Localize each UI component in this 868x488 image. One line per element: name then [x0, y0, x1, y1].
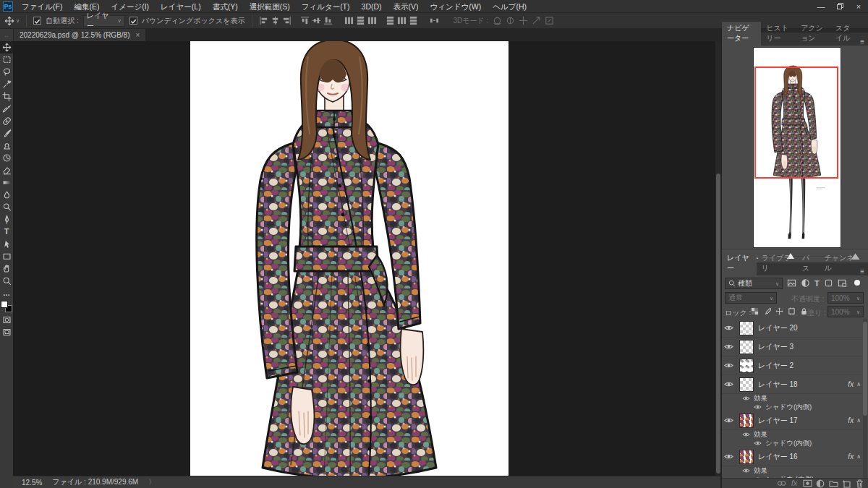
- visibility-toggle[interactable]: [722, 448, 736, 466]
- blend-mode-dropdown[interactable]: 通常∨: [725, 292, 777, 304]
- align-middle-icon[interactable]: [312, 16, 321, 25]
- effect-item-row[interactable]: シャドウ(内側): [722, 439, 864, 448]
- navigator-thumbnail[interactable]: [754, 48, 841, 247]
- effects-row[interactable]: 効果: [722, 466, 864, 475]
- filter-pixel-layers-icon[interactable]: [787, 278, 796, 288]
- effect-visibility-toggle[interactable]: [742, 468, 750, 474]
- align-top-icon[interactable]: [300, 16, 310, 25]
- visibility-toggle[interactable]: [722, 411, 736, 429]
- tool-rectangular-marquee[interactable]: [0, 53, 13, 66]
- tab-navigator[interactable]: ナビゲーター: [722, 22, 761, 46]
- effect-item-row[interactable]: シャドウ(内側): [722, 403, 864, 411]
- foreground-color-swatch[interactable]: [1, 301, 8, 308]
- fill-dropdown[interactable]: 100%∨: [827, 306, 864, 317]
- photoshop-logo-icon[interactable]: Ps: [3, 1, 13, 12]
- navigator-proxy-view[interactable]: [754, 67, 838, 179]
- tab-layers[interactable]: レイヤー: [722, 252, 757, 275]
- menu-type[interactable]: 書式(Y): [207, 0, 244, 13]
- filter-adjustment-layers-icon[interactable]: [801, 278, 810, 288]
- distribute-v-icon[interactable]: [356, 16, 365, 25]
- collapse-effects-icon[interactable]: ∧: [856, 417, 861, 424]
- filter-shape-layers-icon[interactable]: [824, 278, 833, 288]
- canvas-area[interactable]: [13, 41, 720, 476]
- layers-scrollbar[interactable]: [863, 319, 867, 488]
- active-tool-icon[interactable]: ∨: [4, 16, 20, 26]
- tab-libraries[interactable]: ライブラリ: [757, 252, 797, 275]
- layer-name[interactable]: レイヤー 3: [758, 342, 793, 352]
- align-bottom-icon[interactable]: [323, 16, 333, 25]
- menu-window[interactable]: ウィンドウ(W): [425, 0, 488, 13]
- layer-thumbnail[interactable]: [739, 414, 754, 428]
- collapse-effects-icon[interactable]: ∧: [856, 381, 861, 388]
- restore-button[interactable]: [830, 2, 849, 11]
- visibility-toggle[interactable]: [722, 356, 736, 374]
- lock-position-icon[interactable]: [775, 307, 783, 315]
- layer-thumbnail[interactable]: [739, 340, 754, 354]
- tab-styles[interactable]: スタイル: [830, 22, 860, 46]
- color-swatches[interactable]: [1, 301, 12, 312]
- layer-row[interactable]: レイヤー 16 fx ∧: [722, 448, 864, 466]
- distribute-top-icon[interactable]: [386, 16, 395, 25]
- visibility-toggle[interactable]: [722, 338, 736, 356]
- tool-history-brush[interactable]: [0, 152, 13, 164]
- auto-select-target-dropdown[interactable]: レイヤー∨: [83, 15, 125, 27]
- tool-crop[interactable]: [0, 90, 13, 103]
- menu-filter[interactable]: フィルター(T): [296, 0, 356, 13]
- collapse-effects-icon[interactable]: ∧: [856, 453, 861, 460]
- distribute-spacing-icon[interactable]: [430, 16, 439, 25]
- visibility-toggle[interactable]: [722, 375, 736, 393]
- distribute-center-icon[interactable]: [397, 16, 407, 25]
- panel-menu-icon[interactable]: ≡: [860, 38, 864, 46]
- screen-mode-button[interactable]: [0, 326, 13, 338]
- layer-filter-dropdown[interactable]: 種類 ∨: [725, 278, 783, 289]
- distribute-bottom-icon[interactable]: [409, 16, 418, 25]
- lock-artboard-icon[interactable]: [788, 307, 796, 315]
- tool-pen[interactable]: [0, 213, 13, 226]
- panel-menu-icon[interactable]: ≡: [860, 267, 864, 275]
- tool-eyedropper[interactable]: [0, 103, 13, 115]
- fx-badge[interactable]: fx: [848, 453, 854, 461]
- new-group-icon[interactable]: [827, 479, 839, 488]
- layer-thumbnail[interactable]: [739, 321, 754, 335]
- bounding-box-checkbox[interactable]: [129, 17, 137, 25]
- add-layer-style-icon[interactable]: fx: [788, 479, 800, 488]
- distribute-h-icon[interactable]: [344, 16, 354, 25]
- scrollbar-thumb[interactable]: [863, 322, 867, 416]
- close-button[interactable]: ×: [849, 2, 868, 11]
- artwork-fashion-illustration[interactable]: [190, 41, 509, 476]
- tool-brush[interactable]: [0, 127, 13, 140]
- distribute-left-icon[interactable]: [367, 16, 377, 25]
- link-layers-icon[interactable]: [775, 479, 787, 488]
- lock-transparency-icon[interactable]: [751, 307, 759, 315]
- filter-smart-objects-icon[interactable]: [838, 278, 847, 288]
- effects-row[interactable]: 効果: [722, 430, 864, 439]
- layer-thumbnail[interactable]: [739, 359, 754, 373]
- menu-layer[interactable]: レイヤー(L): [155, 0, 207, 13]
- tool-spot-healing-brush[interactable]: [0, 115, 13, 127]
- menu-help[interactable]: ヘルプ(H): [487, 0, 532, 13]
- tool-path-selection[interactable]: [0, 238, 13, 250]
- fx-badge[interactable]: fx: [848, 380, 854, 388]
- tab-actions[interactable]: アクション: [796, 22, 830, 46]
- document-tab[interactable]: 20220629a.psd @ 12.5% (RGB/8) ×: [14, 29, 145, 41]
- tool-blur[interactable]: [0, 189, 13, 201]
- menu-view[interactable]: 表示(V): [388, 0, 425, 13]
- menu-3d[interactable]: 3D(D): [356, 0, 388, 13]
- tab-channels[interactable]: チャンネル: [820, 252, 860, 275]
- effects-row[interactable]: 効果: [722, 394, 864, 403]
- tool-move[interactable]: [0, 41, 13, 53]
- delete-layer-icon[interactable]: [854, 479, 865, 488]
- tool-type[interactable]: T: [0, 226, 13, 238]
- canvas-vertical-scrollbar[interactable]: [715, 41, 720, 476]
- effect-visibility-toggle[interactable]: [742, 395, 750, 401]
- layer-row[interactable]: レイヤー 3: [722, 338, 864, 356]
- opacity-dropdown[interactable]: 100%∨: [827, 292, 864, 304]
- layer-row[interactable]: レイヤー 20: [722, 319, 864, 338]
- fx-badge[interactable]: fx: [848, 416, 854, 424]
- align-left-icon[interactable]: [259, 16, 268, 25]
- visibility-toggle[interactable]: [722, 319, 736, 337]
- tool-hand[interactable]: [0, 262, 13, 275]
- layer-name[interactable]: レイヤー 16: [758, 452, 798, 462]
- layer-thumbnail[interactable]: [739, 377, 754, 392]
- add-layer-mask-icon[interactable]: [801, 479, 813, 488]
